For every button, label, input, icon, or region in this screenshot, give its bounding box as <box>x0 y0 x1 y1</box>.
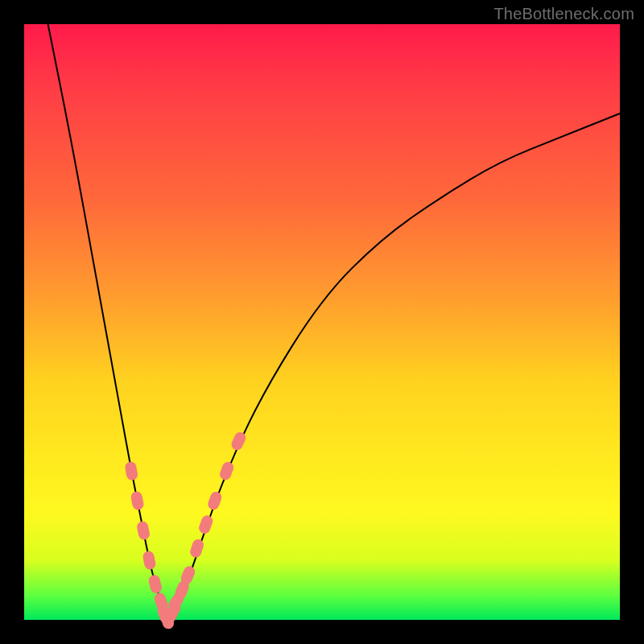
bead-left-1 <box>130 491 144 510</box>
bead-right-8 <box>219 460 235 481</box>
curve-right <box>167 114 620 620</box>
curve-left <box>48 24 167 620</box>
bead-left-3 <box>142 551 156 570</box>
chart-frame: TheBottleneck.com <box>0 0 644 644</box>
bead-right-7 <box>207 490 223 510</box>
curve-right-path <box>167 114 620 620</box>
plot-area <box>24 24 620 620</box>
bead-left-0 <box>125 461 138 481</box>
bead-left-4 <box>148 574 163 593</box>
watermark-text: TheBottleneck.com <box>493 5 634 23</box>
bead-left-2 <box>136 521 150 540</box>
curve-layer <box>24 24 620 620</box>
bead-right-6 <box>198 514 214 535</box>
curve-left-path <box>48 24 167 620</box>
bead-right-5 <box>189 539 204 559</box>
beads-group <box>125 431 247 630</box>
